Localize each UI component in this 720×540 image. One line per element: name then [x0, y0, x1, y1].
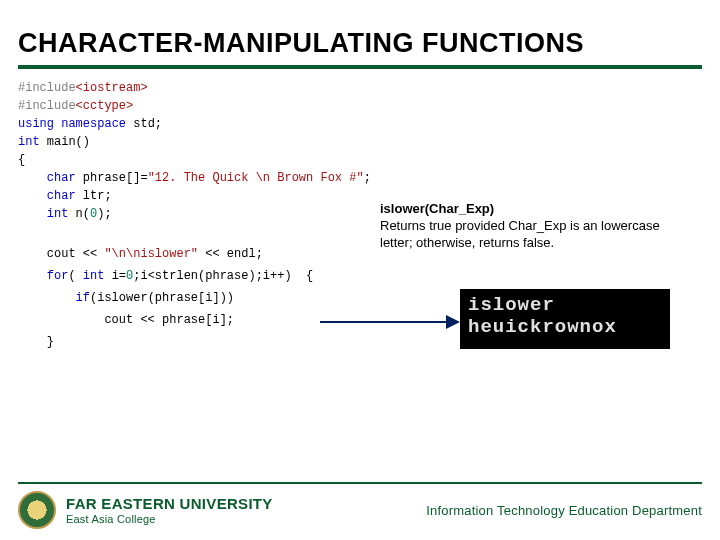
university-seal-icon — [18, 491, 56, 529]
code-text: char — [18, 171, 76, 185]
callout-box: islower(Char_Exp) Returns true provided … — [380, 201, 680, 252]
terminal-line: islower — [468, 295, 662, 317]
code-text: ( — [68, 269, 75, 283]
code-text: int — [18, 135, 40, 149]
code-text: ; — [364, 171, 371, 185]
code-text: phrase[]= — [76, 171, 148, 185]
footer: FAR EASTERN UNIVERSITY East Asia College… — [0, 482, 720, 540]
code-text: } — [18, 335, 54, 349]
code-text: using — [18, 117, 54, 131]
callout-description: Returns true provided Char_Exp is an low… — [380, 218, 680, 252]
code-text: if — [18, 291, 90, 305]
code-text: #include — [18, 81, 76, 95]
code-text: ;i<strlen(phrase);i++) { — [133, 269, 313, 283]
terminal-line: heuickrownox — [468, 317, 662, 339]
title-rule — [18, 65, 702, 69]
code-text: << endl; — [198, 247, 263, 261]
callout-signature: islower(Char_Exp) — [380, 201, 680, 218]
footer-rule — [18, 482, 702, 484]
code-text: char — [18, 189, 76, 203]
code-text: <iostream> — [76, 81, 148, 95]
code-text: i= — [104, 269, 126, 283]
slide-title: CHARACTER-MANIPULATING FUNCTIONS — [0, 0, 720, 65]
code-text: #include — [18, 99, 76, 113]
code-text: int — [18, 207, 68, 221]
code-text: "\n\nislower" — [104, 247, 198, 261]
code-text: cout << phrase[i]; — [18, 313, 234, 327]
code-text: "12. The Quick \n Brown Fox #" — [148, 171, 364, 185]
university-name: FAR EASTERN UNIVERSITY — [66, 495, 273, 512]
content-area: #include<iostream> #include<cctype> usin… — [0, 79, 720, 459]
university-block: FAR EASTERN UNIVERSITY East Asia College — [66, 495, 273, 525]
code-text: ); — [97, 207, 111, 221]
code-text: { — [18, 153, 25, 167]
terminal-output: islower heuickrownox — [460, 289, 670, 349]
code-text: namespace — [54, 117, 126, 131]
university-sub: East Asia College — [66, 513, 273, 525]
code-text: cout << — [18, 247, 104, 261]
code-text: <cctype> — [76, 99, 134, 113]
code-text: ltr; — [76, 189, 112, 203]
code-text: std; — [126, 117, 162, 131]
code-text: (islower(phrase[i])) — [90, 291, 234, 305]
code-text: n( — [68, 207, 90, 221]
code-text: main() — [40, 135, 90, 149]
code-text: for — [18, 269, 68, 283]
arrow-icon — [320, 317, 460, 327]
department-name: Information Technology Education Departm… — [426, 503, 702, 518]
code-text: int — [76, 269, 105, 283]
